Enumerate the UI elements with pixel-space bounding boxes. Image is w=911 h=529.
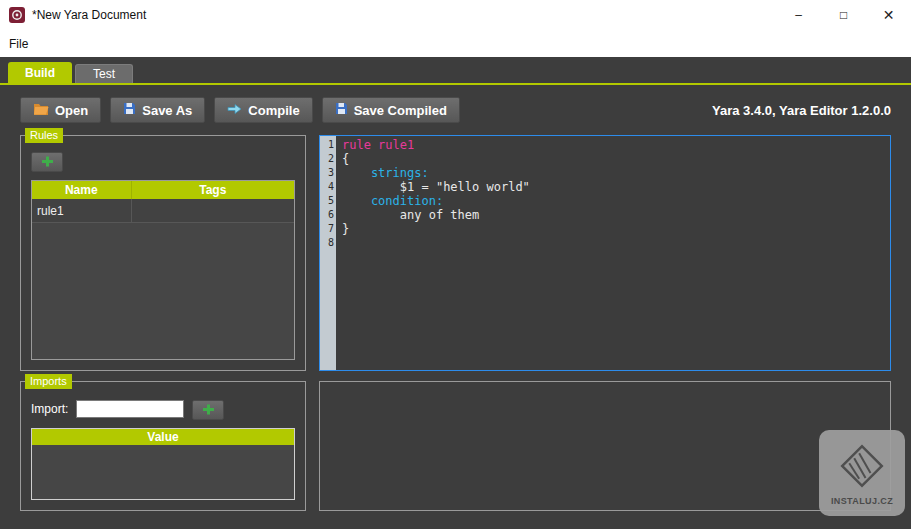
imports-table: Value (31, 428, 295, 500)
right-column: 12345678 rule rule1{ strings: $1 = "hell… (319, 135, 891, 511)
minimize-button[interactable]: – (776, 0, 821, 30)
import-row: Import: (31, 398, 295, 420)
rules-group: Rules NameTags rule1 (20, 135, 306, 371)
tab-bar: Build Test (0, 57, 911, 83)
maximize-button[interactable]: □ (821, 0, 866, 30)
app-icon (9, 7, 25, 23)
code-editor[interactable]: 12345678 rule rule1{ strings: $1 = "hell… (319, 135, 891, 371)
save-compiled-button-label: Save Compiled (354, 103, 447, 118)
main-area: Build Test Open Save As (0, 57, 911, 529)
save-icon (123, 102, 136, 118)
editor-gutter: 12345678 (320, 136, 336, 370)
open-button-label: Open (55, 103, 88, 118)
version-text: Yara 3.4.0, Yara Editor 1.2.0.0 (712, 103, 891, 118)
window-title: *New Yara Document (32, 8, 146, 22)
imports-group-label: Imports (25, 374, 72, 389)
save-compiled-icon (335, 102, 348, 118)
close-button[interactable]: ✕ (866, 0, 911, 30)
menu-file[interactable]: File (0, 30, 37, 57)
rules-table-header: NameTags (32, 181, 294, 199)
rules-column-header[interactable]: Tags (132, 181, 294, 199)
rules-column-header[interactable]: Name (32, 181, 132, 199)
save-as-button[interactable]: Save As (110, 97, 205, 123)
add-rule-button[interactable] (31, 152, 63, 172)
content: Rules NameTags rule1 Imports (0, 123, 911, 511)
output-panel (319, 381, 891, 511)
titlebar: *New Yara Document – □ ✕ (0, 0, 911, 30)
plus-icon (41, 153, 54, 171)
app-window: { "window": { "title": "*New Yara Docume… (0, 0, 911, 529)
compile-button-label: Compile (248, 103, 299, 118)
imports-group: Imports Import: Value (20, 381, 306, 511)
table-row[interactable]: rule1 (32, 199, 294, 223)
add-import-button[interactable] (192, 400, 224, 420)
import-input[interactable] (76, 400, 184, 418)
save-as-button-label: Save As (142, 103, 192, 118)
compile-arrow-icon (227, 103, 242, 118)
imports-table-body (32, 445, 294, 499)
imports-value-header[interactable]: Value (32, 429, 294, 445)
plus-icon (202, 401, 215, 419)
menubar: File (0, 30, 911, 57)
watermark-text: INSTALUJ.CZ (831, 496, 893, 506)
instaluj-logo-icon (837, 441, 887, 495)
toolbar: Open Save As Compile (0, 85, 911, 123)
rules-group-label: Rules (25, 128, 63, 143)
editor-code[interactable]: rule rule1{ strings: $1 = "hello world" … (336, 136, 890, 370)
tab-build[interactable]: Build (8, 62, 72, 83)
tab-test[interactable]: Test (75, 64, 133, 83)
rules-table: NameTags rule1 (31, 180, 295, 360)
watermark: INSTALUJ.CZ (819, 430, 905, 516)
rules-table-body: rule1 (32, 199, 294, 359)
save-compiled-button[interactable]: Save Compiled (322, 97, 460, 123)
left-column: Rules NameTags rule1 Imports (20, 135, 306, 511)
import-label: Import: (31, 402, 68, 416)
compile-button[interactable]: Compile (214, 97, 312, 123)
folder-open-icon (33, 102, 49, 118)
open-button[interactable]: Open (20, 97, 101, 123)
